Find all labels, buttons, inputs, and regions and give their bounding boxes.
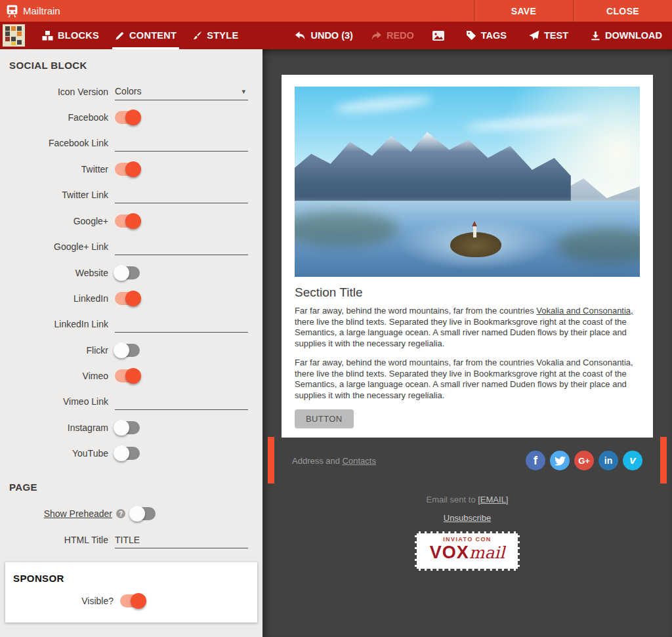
email-preview: Section Title Far far away, behind the w… (262, 49, 672, 637)
block-selection-bar-right (660, 437, 667, 483)
brand-name: Mailtrain (23, 5, 60, 16)
sponsor-visible-toggle[interactable] (120, 594, 145, 607)
chevron-down-icon: ▾ (242, 87, 248, 96)
linkedin-row: LinkedIn (0, 285, 262, 311)
tags-button[interactable]: TAGS (455, 30, 518, 41)
tab-style[interactable]: STYLE (184, 22, 246, 49)
icon-version-row: Icon Version Colors ▾ (0, 79, 262, 104)
googleplus-toggle[interactable] (115, 215, 140, 228)
icon-version-select[interactable]: Colors ▾ (115, 83, 248, 100)
instagram-row: Instagram (0, 415, 262, 440)
sponsor-title: SPONSOR (13, 573, 257, 584)
mosaico-logo-icon (3, 24, 25, 47)
linkedin-link-input[interactable] (115, 316, 248, 333)
church-tower (473, 226, 476, 237)
redo-icon (371, 31, 382, 41)
test-button[interactable]: TEST (518, 30, 579, 41)
settings-panel: SOCIAL BLOCK Icon Version Colors ▾ Faceb… (0, 49, 262, 637)
pencil-icon (115, 31, 125, 41)
facebook-link-input[interactable] (115, 134, 248, 152)
tab-blocks[interactable]: BLOCKS (34, 22, 107, 49)
linkedin-toggle[interactable] (115, 292, 140, 305)
close-button[interactable]: CLOSE (573, 0, 672, 22)
help-icon[interactable]: ? (116, 509, 125, 518)
tag-icon (466, 30, 476, 41)
twitter-link-input[interactable] (115, 186, 248, 203)
email-sent-line: Email sent to [EMAIL] (262, 495, 672, 504)
vimeo-row: Vimeo (0, 363, 262, 388)
show-preheader-row: Show Preheader ? (0, 501, 262, 527)
facebook-row: Facebook (0, 104, 262, 130)
googleplus-icon[interactable]: G+ (574, 451, 594, 470)
brush-icon (192, 31, 202, 41)
output-tools: TAGS TEST DOWNLOAD (455, 30, 672, 41)
twitter-icon[interactable] (550, 451, 570, 470)
show-preheader-toggle[interactable] (131, 507, 156, 520)
vimeo-icon[interactable]: v (623, 451, 642, 470)
website-toggle[interactable] (115, 266, 140, 279)
download-icon (591, 31, 600, 41)
sponsor-card: SPONSOR Visible? (5, 562, 257, 623)
paper-plane-icon (529, 30, 539, 41)
flickr-toggle[interactable] (115, 344, 140, 357)
block-selection-bar-left (268, 437, 274, 483)
email-footer-social-block[interactable]: Address and Contacts f G+ in v (282, 451, 653, 470)
undo-button[interactable]: UNDO (3) (295, 30, 352, 41)
social-block-title: SOCIAL BLOCK (9, 60, 262, 71)
email-token-link[interactable]: [EMAIL] (478, 495, 508, 504)
linkedin-link-row: LinkedIn Link (0, 311, 262, 337)
sponsor-visible-row: Visible? (5, 588, 257, 613)
vimeo-link-input[interactable] (115, 393, 248, 410)
email-hero-image[interactable] (295, 87, 640, 277)
googleplus-link-input[interactable] (115, 238, 248, 255)
unsubscribe-link[interactable]: Unsubscribe (444, 513, 491, 523)
blocks-icon (42, 31, 53, 41)
topbar-actions: SAVE CLOSE (474, 0, 672, 22)
voxmail-tagline: INVIATO CON (421, 536, 514, 543)
googleplus-link-row: Google+ Link (0, 234, 262, 260)
voxmail-stamp[interactable]: INVIATO CON VOXmail (415, 531, 520, 571)
page-title: PAGE (9, 482, 262, 493)
vokalia-link[interactable]: Vokalia and Consonantia, (536, 306, 633, 316)
twitter-toggle[interactable] (115, 163, 140, 176)
vimeo-toggle[interactable] (115, 369, 140, 382)
cloud (333, 93, 432, 115)
twitter-row: Twitter (0, 156, 262, 182)
linkedin-icon[interactable]: in (598, 451, 618, 470)
youtube-row: YouTube (0, 440, 262, 466)
twitter-link-row: Twitter Link (0, 182, 262, 208)
gallery-button[interactable] (432, 30, 445, 41)
facebook-link-row: Facebook Link (0, 130, 262, 156)
image-icon (432, 30, 445, 41)
editor-tabs: BLOCKS CONTENT STYLE (34, 22, 246, 49)
tab-content[interactable]: CONTENT (107, 22, 184, 49)
social-icons: f G+ in v (521, 451, 653, 470)
html-title-row: HTML Title (0, 527, 262, 553)
email-cta-button[interactable]: BUTTON (295, 409, 354, 428)
redo-button[interactable]: REDO (371, 30, 414, 41)
youtube-toggle[interactable] (115, 447, 140, 460)
instagram-toggle[interactable] (115, 421, 140, 434)
paragraph-2[interactable]: Far far away, behind the word mountains,… (295, 358, 640, 401)
address-text: Address and Contacts (282, 456, 376, 466)
top-bar: Mailtrain SAVE CLOSE (0, 0, 672, 22)
flickr-row: Flickr (0, 337, 262, 363)
website-row: Website (0, 260, 262, 285)
facebook-icon[interactable]: f (526, 451, 545, 470)
facebook-toggle[interactable] (115, 111, 140, 124)
voxmail-logo: VOXmail (421, 543, 514, 565)
section-title[interactable]: Section Title (295, 285, 640, 300)
download-button[interactable]: DOWNLOAD (579, 30, 672, 41)
editor-toolbar: BLOCKS CONTENT STYLE (0, 22, 672, 49)
html-title-input[interactable] (115, 531, 248, 548)
train-icon (5, 4, 19, 18)
email-content-card[interactable]: Section Title Far far away, behind the w… (282, 75, 653, 438)
paragraph-1[interactable]: Far far away, behind the word mountains,… (295, 306, 640, 349)
googleplus-row: Google+ (0, 208, 262, 234)
unsubscribe-line: Unsubscribe (262, 513, 672, 523)
contacts-link[interactable]: Contacts (343, 456, 376, 466)
undo-icon (295, 31, 306, 41)
history-tools: UNDO (3) REDO (295, 30, 444, 41)
brand: Mailtrain (0, 0, 60, 22)
save-button[interactable]: SAVE (474, 0, 573, 22)
